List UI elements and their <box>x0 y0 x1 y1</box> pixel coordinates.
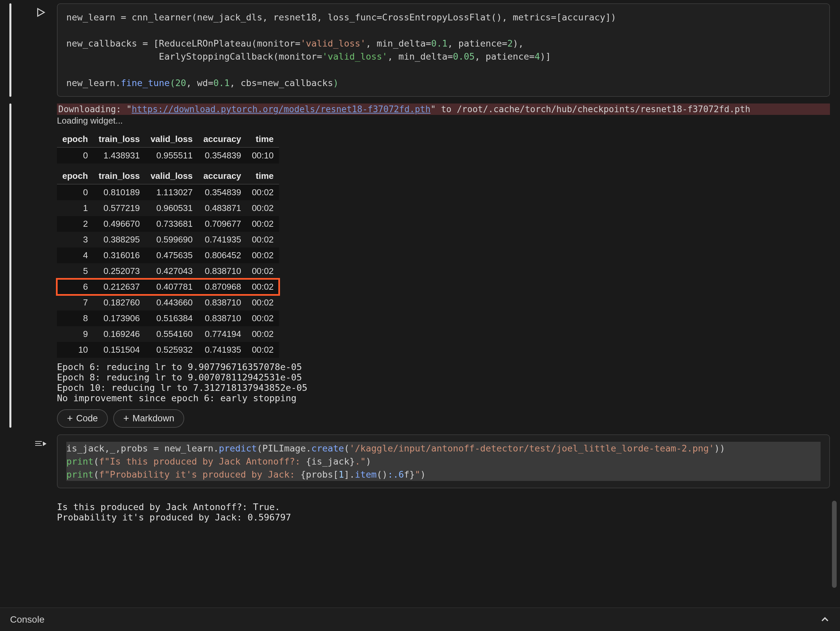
table-row: 30.3882950.5996900.74193500:02 <box>57 232 279 248</box>
code-cell-2: is_jack,_,probs = new_learn.predict(PILI… <box>10 434 830 522</box>
table-row: 10.5772190.9605310.48387100:02 <box>57 200 279 216</box>
run-icon <box>35 7 46 18</box>
output-cell-1: Downloading: "https://download.pytorch.o… <box>10 104 830 428</box>
table-header: train_loss <box>93 168 145 184</box>
plus-icon: + <box>123 413 129 423</box>
table-header: time <box>246 131 279 147</box>
download-line: Downloading: "https://download.pytorch.o… <box>57 104 830 115</box>
console-bar[interactable]: Console <box>0 607 840 631</box>
scrollbar-thumb[interactable] <box>832 501 837 588</box>
callback-messages: Epoch 6: reducing lr to 9.90779671635707… <box>57 362 830 403</box>
cell2-output: Is this produced by Jack Antonoff?: True… <box>57 502 830 522</box>
table-row: 60.2126370.4077810.87096800:02 <box>57 279 279 295</box>
table-header: time <box>246 168 279 184</box>
add-code-button[interactable]: + Code <box>57 409 108 428</box>
table-header: valid_loss <box>145 131 198 147</box>
loading-widget-text: Loading widget... <box>57 115 830 126</box>
table-header: train_loss <box>93 131 145 147</box>
table-row: 01.4389310.9555110.35483900:10 <box>57 147 279 163</box>
executed-cell-gutter[interactable] <box>29 438 52 449</box>
table-header: accuracy <box>198 131 246 147</box>
console-label: Console <box>10 614 44 625</box>
plus-icon: + <box>67 413 73 423</box>
add-markdown-label: Markdown <box>133 413 175 424</box>
table-row: 20.4966700.7336810.70967700:02 <box>57 216 279 232</box>
add-code-label: Code <box>76 413 98 424</box>
code-cell-1: new_learn = cnn_learner(new_jack_dls, re… <box>10 3 830 97</box>
metrics-table-finetune: epochtrain_lossvalid_lossaccuracytime00.… <box>57 168 279 358</box>
table-header: accuracy <box>198 168 246 184</box>
table-header: valid_loss <box>145 168 198 184</box>
table-row: 100.1515040.5259320.74193500:02 <box>57 342 279 358</box>
download-url[interactable]: https://download.pytorch.org/models/resn… <box>132 104 430 114</box>
executed-icon <box>34 438 47 449</box>
table-row: 70.1827600.4436600.83871000:02 <box>57 295 279 311</box>
metrics-table-freeze: epochtrain_lossvalid_lossaccuracytime01.… <box>57 131 279 163</box>
table-row: 50.2520730.4270430.83871000:02 <box>57 263 279 279</box>
cell-marker <box>9 3 11 97</box>
code-editor-2[interactable]: is_jack,_,probs = new_learn.predict(PILI… <box>57 434 830 488</box>
table-header: epoch <box>57 131 93 147</box>
insert-cell-buttons: + Code + Markdown <box>57 409 830 428</box>
table-row: 00.8101891.1130270.35483900:02 <box>57 184 279 200</box>
table-row: 80.1739060.5163840.83871000:02 <box>57 311 279 326</box>
table-row: 90.1692460.5541600.77419400:02 <box>57 326 279 342</box>
output-marker <box>9 104 11 428</box>
table-row: 40.3160160.4756350.80645200:02 <box>57 248 279 263</box>
add-markdown-button[interactable]: + Markdown <box>113 409 184 428</box>
run-cell-gutter[interactable] <box>29 7 52 18</box>
chevron-up-icon <box>820 615 830 625</box>
code-editor-1[interactable]: new_learn = cnn_learner(new_jack_dls, re… <box>57 3 830 97</box>
table-header: epoch <box>57 168 93 184</box>
